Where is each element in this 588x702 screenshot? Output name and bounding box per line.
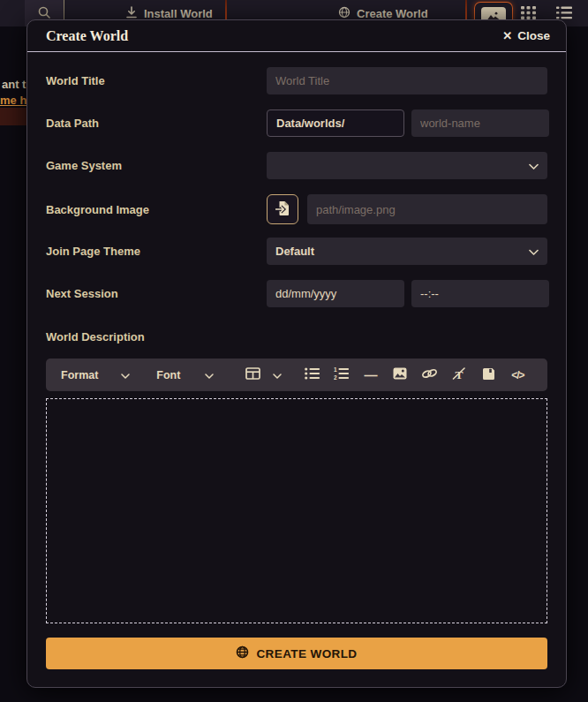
join-theme-select[interactable]: Default: [267, 238, 547, 265]
install-world-label: Install World: [144, 7, 213, 20]
save-button[interactable]: [474, 365, 503, 386]
dialog-body: World Title Data Path Data/worlds/ Game …: [27, 52, 566, 669]
next-session-row: Next Session: [46, 280, 547, 307]
format-label: Format: [61, 369, 98, 381]
numbered-list-icon: 12: [334, 367, 349, 382]
join-theme-label: Join Page Theme: [46, 245, 267, 258]
create-world-label: Create World: [357, 7, 428, 20]
dialog-title: Create World: [46, 28, 128, 44]
close-icon: ✕: [502, 29, 512, 42]
create-world-dialog: Create World ✕ Close World Title Data Pa…: [26, 19, 567, 688]
clear-formatting-button[interactable]: T: [444, 365, 473, 386]
data-path-row: Data Path Data/worlds/: [46, 109, 547, 137]
game-system-row: Game System: [46, 152, 547, 179]
font-dropdown[interactable]: Font: [156, 369, 214, 381]
join-theme-row: Join Page Theme Default: [46, 238, 547, 265]
insert-image-button[interactable]: [386, 365, 415, 386]
svg-text:1: 1: [334, 367, 337, 373]
download-icon: [125, 6, 138, 21]
table-dropdown[interactable]: [245, 367, 282, 382]
next-session-label: Next Session: [46, 287, 267, 300]
numbered-list-button[interactable]: 12: [327, 365, 356, 386]
foundry-setup-screen: Install World Create World ant t: [0, 0, 588, 702]
editor-toolbar: Format Font: [46, 359, 547, 391]
file-import-icon: [275, 200, 290, 219]
close-label: Close: [517, 29, 550, 42]
create-world-button[interactable]: CREATE WORLD: [46, 638, 547, 669]
game-system-select[interactable]: [267, 152, 547, 179]
chevron-down-icon: [205, 369, 214, 381]
background-image-row: Background Image: [46, 194, 547, 224]
image-icon: [393, 367, 407, 382]
chevron-down-icon: [529, 159, 539, 172]
globe-icon: [236, 645, 249, 661]
table-icon: [245, 367, 260, 382]
bullet-list-button[interactable]: [298, 365, 327, 386]
source-code-button[interactable]: </>: [503, 365, 532, 386]
bullet-list-icon: [305, 367, 320, 382]
background-image-label: Background Image: [46, 203, 267, 216]
svg-text:2: 2: [334, 374, 337, 381]
session-date-input[interactable]: [267, 280, 404, 307]
format-dropdown[interactable]: Format: [61, 369, 130, 381]
dialog-header: Create World ✕ Close: [27, 20, 566, 52]
horizontal-rule-button[interactable]: —: [356, 365, 385, 386]
create-world-button-label: CREATE WORLD: [256, 647, 357, 660]
chevron-down-icon: [273, 369, 282, 381]
session-time-input[interactable]: [411, 280, 549, 307]
code-icon: </>: [511, 369, 524, 381]
background-text-fragment: ant t: [2, 78, 26, 91]
save-icon: [482, 367, 495, 383]
world-description-label: World Description: [46, 330, 547, 343]
world-title-label: World Title: [46, 74, 267, 87]
close-button[interactable]: ✕ Close: [502, 29, 550, 42]
data-path-prefix: Data/worlds/: [267, 109, 404, 137]
chevron-down-icon: [121, 369, 130, 381]
file-picker-button[interactable]: [267, 194, 298, 224]
background-image-input[interactable]: [307, 194, 547, 224]
join-theme-value: Default: [275, 245, 314, 258]
description-editor[interactable]: [46, 398, 547, 623]
background-link-fragment[interactable]: me h: [0, 94, 26, 107]
world-title-input[interactable]: [267, 67, 547, 94]
link-icon: [421, 367, 438, 382]
globe-icon: [338, 6, 351, 21]
background-tile-fragment: [0, 108, 26, 125]
clear-formatting-icon: T: [451, 367, 467, 382]
font-label: Font: [156, 369, 180, 381]
world-title-row: World Title: [46, 67, 547, 94]
chevron-down-icon: [529, 245, 539, 258]
insert-link-button[interactable]: [415, 365, 444, 386]
game-system-label: Game System: [46, 159, 267, 172]
horizontal-rule-icon: —: [365, 367, 378, 382]
world-name-input[interactable]: [411, 109, 549, 137]
data-path-label: Data Path: [46, 117, 267, 130]
